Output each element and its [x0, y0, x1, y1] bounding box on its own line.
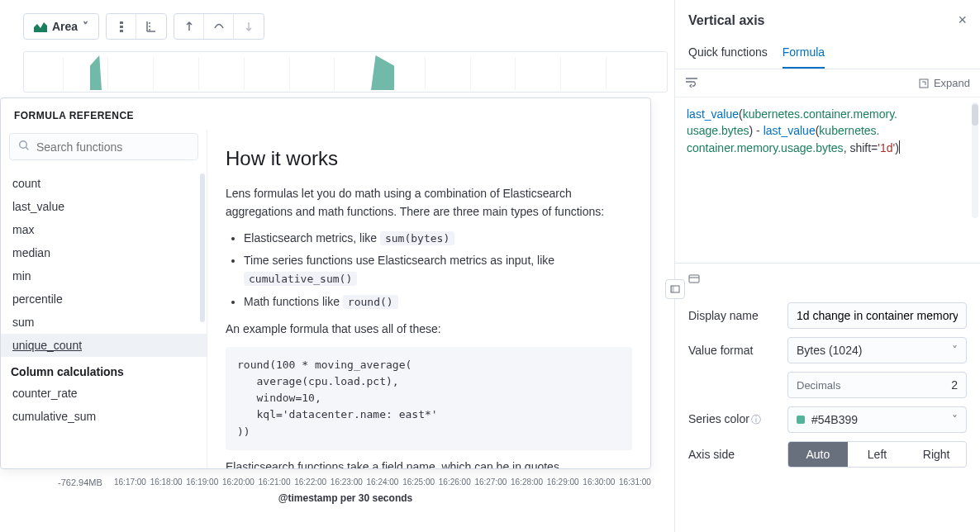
toolbar-button-right-axis[interactable] [234, 14, 264, 39]
toolbar-button-legend[interactable] [107, 14, 136, 39]
svg-rect-7 [689, 275, 699, 283]
chart-preview [23, 51, 668, 93]
doc-heading: How it works [226, 143, 632, 173]
chevron-down-icon: ˅ [952, 413, 958, 426]
formula-reference-popover: FORMULA REFERENCE countlast_valuemaxmedi… [0, 97, 651, 469]
formula-editor[interactable]: last_value(kubernetes.container.memory.u… [675, 97, 980, 263]
function-item-count[interactable]: count [1, 172, 207, 195]
decimals-value: 2 [951, 378, 958, 392]
word-wrap-icon[interactable] [685, 76, 698, 90]
function-search[interactable] [9, 133, 198, 160]
toolbar-button-axes[interactable] [136, 14, 166, 39]
viz-label: Area [52, 20, 78, 33]
search-icon [18, 140, 30, 154]
doc-example-label: An example formula that uses all of thes… [226, 321, 632, 339]
series-color-label: Series colorⓘ [688, 412, 779, 427]
display-name-label: Display name [688, 309, 779, 322]
info-icon: ⓘ [751, 414, 761, 425]
collapse-flyout-icon[interactable] [665, 279, 685, 299]
svg-rect-4 [920, 79, 928, 88]
visualization-type-selector[interactable]: Area ˅ [23, 13, 99, 40]
axis-side-label: Axis side [688, 448, 779, 461]
display-name-input[interactable] [787, 302, 967, 329]
chevron-down-icon: ˅ [83, 20, 88, 33]
toolbar-button-bottom-axis[interactable] [204, 14, 234, 39]
expand-editor-button[interactable]: Expand [919, 77, 970, 89]
function-item-cumulative_sum[interactable]: cumulative_sum [1, 405, 207, 428]
y-tick-label: -762.94MB [58, 477, 102, 487]
panel-title: Vertical axis [688, 13, 765, 28]
svg-rect-6 [671, 286, 674, 292]
svg-rect-0 [120, 21, 123, 24]
editor-scrollbar[interactable] [972, 102, 978, 218]
x-axis-label: @timestamp per 30 seconds [23, 492, 668, 504]
value-format-select[interactable]: Bytes (1024) ˅ [787, 337, 967, 363]
function-item-counter_rate[interactable]: counter_rate [1, 382, 207, 405]
doc-li-1: Elasticsearch metrics, like sum(bytes) [244, 230, 632, 248]
appearance-section-icon [688, 274, 700, 287]
doc-li-3: Math functions like round() [244, 293, 632, 311]
function-item-percentile[interactable]: percentile [1, 287, 207, 311]
function-search-input[interactable] [36, 140, 189, 154]
doc-code-block: round(100 * moving_average( average(cpu.… [226, 347, 632, 450]
toolbar-button-left-axis[interactable] [174, 14, 204, 39]
popover-title: FORMULA REFERENCE [1, 98, 650, 130]
axis-side-right[interactable]: Right [906, 442, 966, 467]
value-format-label: Value format [688, 344, 779, 357]
svg-rect-1 [120, 26, 123, 28]
function-item-last_value[interactable]: last_value [1, 195, 207, 218]
series-color-select[interactable]: #54B399 ˅ [787, 406, 967, 433]
chevron-down-icon: ˅ [952, 344, 958, 357]
close-icon[interactable]: × [958, 12, 967, 29]
decimals-field[interactable]: Decimals 2 [787, 372, 967, 398]
doc-intro: Lens formulas let you do math using a co… [226, 185, 632, 221]
function-documentation: How it works Lens formulas let you do ma… [207, 130, 650, 468]
function-item-unique_count[interactable]: unique_count [1, 334, 207, 357]
svg-rect-2 [120, 30, 123, 32]
function-list[interactable]: countlast_valuemaxmedianminpercentilesum… [1, 167, 207, 468]
dimension-editor-panel: Vertical axis × Quick functions Formula … [674, 0, 980, 532]
tab-quick-functions[interactable]: Quick functions [688, 40, 768, 69]
function-item-median[interactable]: median [1, 241, 207, 264]
color-swatch [797, 416, 805, 424]
function-section-heading: Column calculations [1, 357, 207, 382]
function-item-sum[interactable]: sum [1, 311, 207, 334]
doc-p3: Elasticsearch functions take a field nam… [226, 458, 632, 468]
doc-li-2: Time series functions use Elasticsearch … [244, 252, 632, 287]
axis-side-auto[interactable]: Auto [788, 442, 848, 467]
tab-formula[interactable]: Formula [783, 40, 825, 69]
function-item-min[interactable]: min [1, 264, 207, 287]
axis-side-segmented[interactable]: AutoLeftRight [787, 441, 967, 468]
scrollbar[interactable] [200, 173, 205, 322]
svg-point-3 [20, 141, 27, 149]
area-chart-icon [34, 21, 47, 32]
function-item-max[interactable]: max [1, 218, 207, 241]
axis-side-left[interactable]: Left [848, 442, 907, 467]
decimals-label: Decimals [797, 379, 840, 392]
x-tick-labels: 16:17:0016:18:0016:19:0016:20:0016:21:00… [114, 477, 651, 487]
